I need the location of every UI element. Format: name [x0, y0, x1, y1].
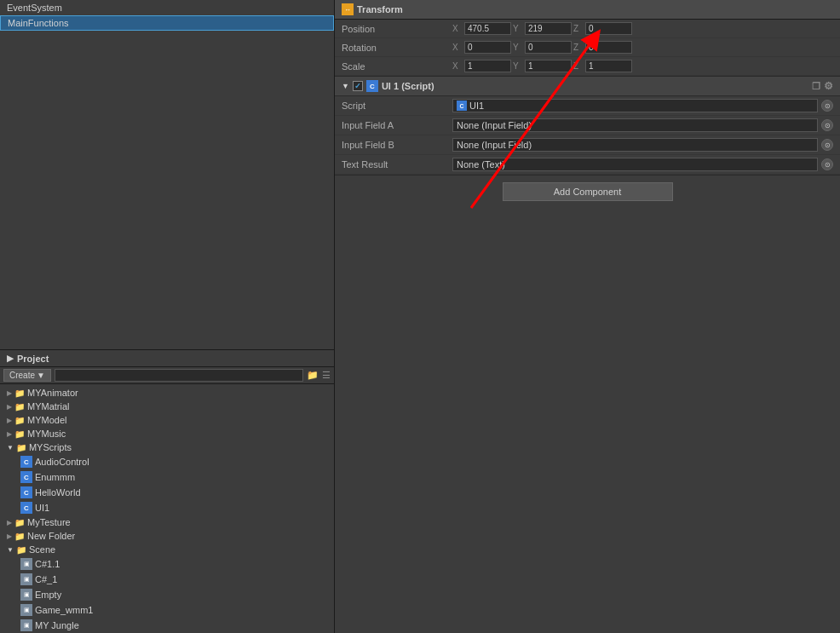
scale-x-input[interactable]: [464, 60, 511, 72]
folder-label: MYScripts: [29, 442, 72, 452]
folder-scene[interactable]: ▼ 📁 Scene: [0, 543, 334, 556]
text-result-field[interactable]: None (Text): [452, 158, 818, 171]
script-value: C UI1 ⊙: [452, 99, 833, 112]
y-label: Y: [513, 61, 523, 71]
file-audiocontrol[interactable]: C AudioControl: [0, 454, 334, 469]
folder-arrow-icon: ▶: [7, 519, 12, 527]
folder-icon-mymodel: 📁: [14, 416, 25, 425]
z-label: Z: [573, 43, 584, 52]
position-y-input[interactable]: [525, 22, 572, 35]
input-field-a-select-button[interactable]: ⊙: [821, 119, 833, 131]
folder-icon-myscripts: 📁: [16, 443, 26, 452]
component-enabled-checkbox[interactable]: [353, 81, 363, 91]
gear-icon[interactable]: ⚙: [824, 80, 833, 92]
scene-empty[interactable]: ▣ Empty: [0, 587, 334, 602]
folder-icon-mytesture: 📁: [14, 518, 25, 527]
script-label: Script: [342, 101, 452, 111]
folder-icon-myanimator: 📁: [14, 388, 25, 398]
create-button[interactable]: Create ▼: [3, 369, 51, 382]
input-field-a-value: None (Input Field) ⊙: [452, 118, 833, 132]
text-result-value: None (Text) ⊙: [452, 158, 833, 171]
folder-label: MyTesture: [27, 517, 71, 527]
file-label: Empty: [35, 590, 61, 600]
file-label: MY Jungle: [35, 620, 79, 630]
folder-icon[interactable]: 📁: [307, 370, 319, 381]
input-field-a-row: Input Field A None (Input Field) ⊙: [335, 116, 840, 135]
hierarchy-item-mainfunctions[interactable]: MainFunctions: [0, 15, 334, 31]
input-field-a-label: Input Field A: [342, 120, 452, 130]
folder-mymatrial[interactable]: ▶ 📁 MYMatrial: [0, 400, 334, 413]
folder-label: New Folder: [27, 531, 75, 541]
transform-section: ↔ Transform Position X Y Z Rotation: [335, 0, 840, 77]
folder-mymusic[interactable]: ▶ 📁 MYMusic: [0, 427, 334, 440]
script-icon-audiocontrol: C: [20, 456, 32, 468]
folder-label: MYModel: [27, 415, 66, 425]
input-field-b-field[interactable]: None (Input Field): [452, 138, 818, 152]
scene-c-1[interactable]: ▣ C#_1: [0, 572, 334, 587]
script-select-button[interactable]: ⊙: [821, 100, 833, 112]
script-row: Script C UI1 ⊙: [335, 96, 840, 116]
input-field-b-value: None (Input Field) ⊙: [452, 138, 833, 152]
x-label: X: [452, 43, 463, 52]
file-enummm[interactable]: C Enummm: [0, 469, 334, 485]
file-label: C#1.1: [35, 559, 60, 569]
rotation-label: Rotation: [342, 43, 452, 53]
hierarchy-item-eventsystem[interactable]: EventSystem: [0, 0, 334, 15]
text-result-label: Text Result: [342, 159, 452, 170]
position-x-input[interactable]: [464, 22, 511, 35]
scale-label: Scale: [342, 61, 452, 72]
scale-y-input[interactable]: [525, 60, 572, 72]
folder-icon-mymatrial: 📁: [14, 402, 25, 411]
rotation-z-input[interactable]: [585, 41, 632, 54]
folder-newfolder[interactable]: ▶ 📁 New Folder: [0, 529, 334, 543]
hierarchy-section: EventSystem MainFunctions: [0, 0, 334, 349]
project-header: ▶ Project: [0, 350, 334, 367]
inspector-panel: ↔ Transform Position X Y Z Rotation: [335, 0, 840, 633]
y-label: Y: [513, 43, 523, 52]
scene-icon: ▣: [20, 604, 32, 616]
folder-arrow-icon: ▶: [7, 389, 12, 397]
copy-icon[interactable]: ❐: [812, 81, 820, 92]
script-field[interactable]: C UI1: [452, 99, 818, 112]
folder-arrow-icon: ▶: [7, 532, 12, 540]
text-result-row: Text Result None (Text) ⊙: [335, 155, 840, 175]
folder-arrow-icon: ▶: [7, 430, 12, 438]
position-z-input[interactable]: [585, 22, 632, 35]
folder-label: MYMatrial: [27, 401, 70, 411]
folder-icon-newfolder: 📁: [14, 532, 25, 541]
project-tree: ▶ 📁 MYAnimator ▶ 📁 MYMatrial ▶ 📁 MYModel…: [0, 384, 334, 633]
folder-mytesture[interactable]: ▶ 📁 MyTesture: [0, 515, 334, 529]
input-field-a-field[interactable]: None (Input Field): [452, 118, 818, 132]
scene-my-jungle[interactable]: ▣ MY Jungle: [0, 618, 334, 633]
scale-row: Scale X Y Z: [335, 57, 840, 76]
scene-c1-1[interactable]: ▣ C#1.1: [0, 556, 334, 572]
file-helloworld[interactable]: C HelloWorld: [0, 485, 334, 500]
scene-icon: ▣: [20, 589, 32, 601]
transform-icon: ↔: [342, 3, 354, 15]
project-search-input[interactable]: [55, 369, 303, 382]
add-component-button[interactable]: Add Component: [503, 182, 673, 201]
file-ui1[interactable]: C UI1: [0, 500, 334, 515]
folder-arrow-icon: ▼: [7, 546, 14, 554]
expand-arrow-icon: ▼: [342, 82, 349, 90]
ui1-component-header: ▼ C UI 1 (Script) ❐ ⚙: [335, 77, 840, 96]
rotation-y-input[interactable]: [525, 41, 572, 54]
text-result-select-button[interactable]: ⊙: [821, 158, 833, 170]
project-title: Project: [17, 354, 49, 364]
scale-z-input[interactable]: [585, 60, 632, 72]
folder-label: MYAnimator: [27, 388, 78, 398]
folder-mymodel[interactable]: ▶ 📁 MYModel: [0, 413, 334, 427]
position-row: Position X Y Z: [335, 20, 840, 38]
scene-icon: ▣: [20, 573, 32, 585]
script-icon-helloworld: C: [20, 486, 32, 498]
folder-myanimator[interactable]: ▶ 📁 MYAnimator: [0, 386, 334, 400]
y-label: Y: [513, 24, 523, 33]
folder-myscripts[interactable]: ▼ 📁 MYScripts: [0, 440, 334, 454]
rotation-x-input[interactable]: [464, 41, 511, 54]
folder-arrow-icon: ▶: [7, 403, 12, 411]
input-field-b-select-button[interactable]: ⊙: [821, 139, 833, 151]
scene-game-wmm1[interactable]: ▣ Game_wmm1: [0, 602, 334, 618]
file-label: UI1: [35, 503, 49, 513]
folder-label: MYMusic: [27, 429, 66, 439]
list-icon[interactable]: ☰: [322, 370, 331, 381]
